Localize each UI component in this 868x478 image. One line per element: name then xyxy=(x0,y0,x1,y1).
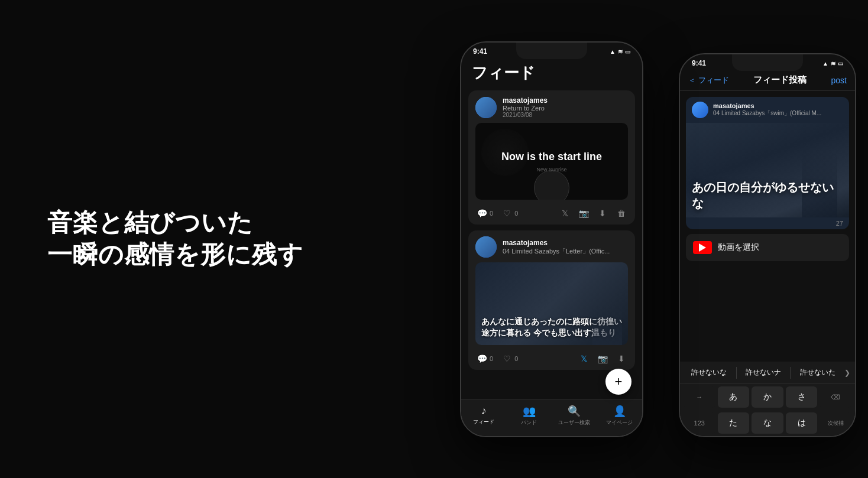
nav-search[interactable]: 🔍 ユーザー検索 xyxy=(552,405,597,427)
wifi-icon: ≋ xyxy=(618,48,623,55)
post-button[interactable]: post xyxy=(831,76,847,85)
phone-1-notch xyxy=(516,43,587,59)
youtube-icon xyxy=(693,241,712,254)
p2-username: masatojames xyxy=(713,102,843,109)
phone-2: 9:41 ▲ ≋ ▭ ＜ フィード フィード投稿 post xyxy=(679,53,856,437)
keyboard-row-2: 123 た な は 次候補 xyxy=(680,410,855,436)
card-2-header: masatojames 04 Limited Sazabys「Letter」(O… xyxy=(468,230,635,262)
back-button[interactable]: ＜ フィード xyxy=(688,75,729,86)
p2-video-card[interactable]: masatojames 04 Limited Sazabys「swim」(Off… xyxy=(686,97,849,229)
youtube-label: 動画を選択 xyxy=(718,242,759,253)
youtube-select-area[interactable]: 動画を選択 xyxy=(686,234,849,261)
bottom-nav: ♪ フィード 👥 バンド 🔍 ユーザー検索 👤 マイページ xyxy=(461,399,642,436)
key-a-label: あ xyxy=(729,392,737,402)
nav-mypage[interactable]: 👤 マイページ xyxy=(597,405,643,427)
comment-action-2[interactable]: 💬 0 xyxy=(477,353,493,364)
card-bg-decoration xyxy=(534,170,569,200)
like-count-2: 0 xyxy=(514,355,518,362)
key-ka[interactable]: か xyxy=(752,386,783,408)
card-1-meta: masatojames Return to Zero 2021/03/08 xyxy=(503,96,628,118)
nav-band[interactable]: 👥 バンド xyxy=(507,405,552,427)
key-sa-label: さ xyxy=(798,392,806,402)
key-backspace[interactable]: ⌫ xyxy=(820,386,851,408)
card-2-meta: masatojames 04 Limited Sazabys「Letter」(O… xyxy=(503,239,628,256)
suggestion-3[interactable]: 許せないた xyxy=(793,365,842,380)
comment-action-1[interactable]: 💬 0 xyxy=(477,208,493,219)
download-action-1[interactable]: ⬇ xyxy=(597,208,608,219)
heart-icon-1: ♡ xyxy=(501,208,512,219)
status-icons-2: ▲ ≋ ▭ xyxy=(822,60,843,67)
hero-line2: 一瞬の感情を形に残す xyxy=(47,241,303,269)
trash-icon-1: 🗑 xyxy=(616,208,627,219)
p2-title: フィード投稿 xyxy=(729,74,831,86)
feed-nav-icon: ♪ xyxy=(481,405,487,417)
p2-song: 04 Limited Sazabys「swim」(Official M... xyxy=(713,109,843,118)
key-sa[interactable]: さ xyxy=(786,386,818,408)
card-2-content: あんなに通じあったのに路頭に彷徨い途方に暮れる 今でも思い出す温もり xyxy=(475,262,628,345)
card-1-content: Now is the start line New Sunrise xyxy=(475,123,628,200)
card-1-avatar xyxy=(475,97,497,118)
arrow-label: → xyxy=(696,394,702,401)
delete-action-1[interactable]: 🗑 xyxy=(616,208,627,219)
chevron-icon[interactable]: ❯ xyxy=(844,369,850,377)
band-nav-icon: 👥 xyxy=(523,405,536,418)
battery-icon: ▭ xyxy=(625,48,630,55)
key-na[interactable]: な xyxy=(752,412,783,434)
twitter-icon-2: 𝕏 xyxy=(578,353,589,364)
twitter-action-2[interactable]: 𝕏 xyxy=(578,353,589,364)
key-ha[interactable]: は xyxy=(786,412,818,434)
like-action-2[interactable]: ♡ 0 xyxy=(501,353,518,364)
p2-count: 27 xyxy=(686,217,849,229)
card-1-song: Return to Zero xyxy=(503,105,628,112)
card-1-actions: 💬 0 ♡ 0 𝕏 📷 xyxy=(468,204,635,225)
like-action-1[interactable]: ♡ 0 xyxy=(501,208,518,219)
hero-section: 音楽と結びついた 一瞬の感情を形に残す xyxy=(47,207,303,271)
instagram-icon-2: 📷 xyxy=(597,353,608,364)
card-2-username: masatojames xyxy=(503,239,628,247)
keyboard: 許せないな 許せないナ 許せないた ❯ → あ か xyxy=(680,362,855,436)
twitter-action-1[interactable]: 𝕏 xyxy=(559,208,570,219)
search-nav-icon: 🔍 xyxy=(568,405,581,418)
key-arrow[interactable]: → xyxy=(684,386,715,408)
key-na-label: な xyxy=(763,418,772,428)
feed-scroll: masatojames Return to Zero 2021/03/08 No… xyxy=(461,90,642,399)
status-time-2: 9:41 xyxy=(692,59,706,67)
key-ta[interactable]: た xyxy=(718,412,750,434)
suggestion-divider-1 xyxy=(736,367,737,379)
comment-count-1: 0 xyxy=(490,210,493,217)
hero-line1: 音楽と結びついた xyxy=(47,209,253,236)
fab-button[interactable]: + xyxy=(605,369,631,395)
battery-icon-2: ▭ xyxy=(838,60,843,67)
feed-card-1[interactable]: masatojames Return to Zero 2021/03/08 No… xyxy=(468,90,635,225)
download-action-2[interactable]: ⬇ xyxy=(616,353,627,364)
key-next[interactable]: 次候補 xyxy=(820,412,851,434)
instagram-action-2[interactable]: 📷 xyxy=(597,353,608,364)
key-a[interactable]: あ xyxy=(718,386,750,408)
twitter-icon-1: 𝕏 xyxy=(559,208,570,219)
card-1-username: masatojames xyxy=(503,96,628,105)
nav-feed[interactable]: ♪ フィード xyxy=(461,405,507,427)
keyboard-row-1: → あ か さ ⌫ xyxy=(680,384,855,410)
play-triangle xyxy=(699,243,706,252)
nav-search-label: ユーザー検索 xyxy=(558,419,590,427)
key-123[interactable]: 123 xyxy=(684,412,715,434)
instagram-action-1[interactable]: 📷 xyxy=(578,208,589,219)
feed-card-2[interactable]: masatojames 04 Limited Sazabys「Letter」(O… xyxy=(468,230,635,370)
card-1-main-text: Now is the start line xyxy=(495,150,608,164)
suggestion-2[interactable]: 許せないナ xyxy=(739,365,788,380)
card-1-date: 2021/03/08 xyxy=(503,112,628,118)
person-decoration xyxy=(592,286,622,345)
p2-overlay-text: あの日の自分がゆるせないな xyxy=(692,180,843,212)
key-ha-label: は xyxy=(798,418,806,428)
p2-avatar xyxy=(692,102,708,118)
feed-title: フィード xyxy=(461,58,642,90)
key-ta-label: た xyxy=(729,418,737,428)
status-time-1: 9:41 xyxy=(473,47,487,56)
suggestion-1[interactable]: 許せないな xyxy=(685,365,734,380)
wifi-icon-2: ≋ xyxy=(831,60,835,67)
key-123-label: 123 xyxy=(694,420,705,427)
phone-1: 9:41 ▲ ≋ ▭ フィード ma xyxy=(460,41,643,437)
phone-2-notch xyxy=(732,54,803,71)
keyboard-suggestions: 許せないな 許せないナ 許せないた ❯ xyxy=(680,362,855,384)
nav-band-label: バンド xyxy=(521,419,537,427)
